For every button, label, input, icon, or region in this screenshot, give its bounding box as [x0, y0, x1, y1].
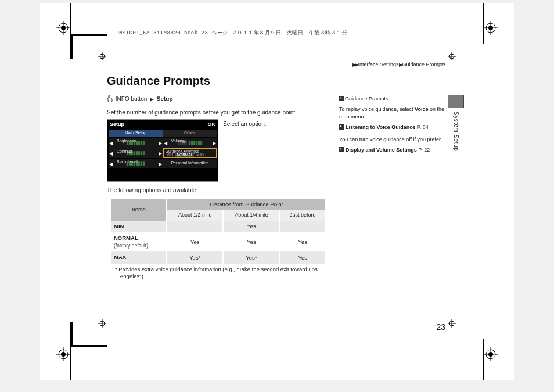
shot-cell: ◀VolumeOFF▮▮▮▮▮▮▶ — [163, 138, 217, 148]
breadcrumb: ▶▶Interface Settings▶Guidance Prompts — [352, 62, 445, 67]
svg-point-1 — [61, 26, 66, 30]
svg-point-13 — [488, 352, 493, 357]
xref-icon — [339, 147, 344, 152]
registration-mark-icon — [56, 21, 70, 35]
rule — [107, 91, 445, 91]
rule — [107, 333, 445, 333]
crop-mark — [473, 347, 514, 347]
sidebar-xref: Listening to Voice Guidance P. 84 — [339, 124, 448, 132]
sidebar-xref: Display and Volume Settings P. 22 — [339, 146, 448, 154]
arrow-icon: ▶ — [399, 62, 401, 67]
note-icon — [339, 96, 344, 101]
svg-point-0 — [59, 23, 68, 33]
arrow-icon: ▶▶ — [352, 62, 357, 67]
shot-cell-selected: Guidance PromptsMINNORMALMAX — [163, 148, 217, 158]
shot-cell: ◀Black Level▮▮▮▮▮▮▮▮▶ — [109, 159, 163, 168]
svg-point-8 — [59, 350, 68, 359]
registration-mark-icon — [56, 347, 70, 361]
sidebar-text: To replay voice guidance, select Voice o… — [339, 106, 448, 121]
shot-tab-main: Main Setup — [109, 130, 163, 137]
sidebar-text: You can turn voice guidance off if you p… — [339, 136, 448, 144]
crop-mark — [473, 34, 514, 34]
registration-mark-icon — [484, 347, 498, 361]
breadcrumb-part: Interface Settings — [358, 62, 398, 67]
corner-mark — [70, 322, 107, 347]
select-caption: Select an option. — [223, 119, 267, 129]
table-row: MAX Yes* Yes* Yes — [111, 251, 326, 263]
sidebar-column: Guidance Prompts To replay voice guidanc… — [339, 95, 448, 156]
breadcrumb-part: Guidance Prompts — [402, 62, 445, 67]
content-area: ▶▶Interface Settings▶Guidance Prompts Gu… — [107, 62, 485, 345]
ui-screenshot: Setup OK Main Setup Other ◀Brightness▮▮▮… — [107, 119, 218, 182]
registration-mark-icon — [484, 21, 498, 35]
svg-point-12 — [486, 350, 495, 359]
arrow-icon: ▶ — [150, 96, 154, 102]
intro-text: Set the number of guidance prompts befor… — [107, 109, 328, 117]
nav-target: Setup — [157, 96, 173, 102]
th-col: About 1/2 mile — [167, 210, 223, 221]
shot-tab-other: Other — [163, 130, 217, 137]
print-slug: INSIGHT_KA-31TM8820.book 23 ページ ２０１１年８月９… — [116, 29, 347, 37]
page-title: Guidance Prompts — [107, 74, 210, 88]
shot-ok: OK — [208, 121, 216, 128]
shot-cell: ◀Brightness▮▮▮▮▮▮▮▮▶ — [109, 138, 163, 148]
th-distance: Distance from Guidance Point — [167, 199, 326, 210]
xref-icon — [339, 124, 344, 130]
svg-point-9 — [61, 352, 66, 357]
page-number: 23 — [436, 322, 445, 332]
table-row: NORMAL(factory default) Yes Yes Yes — [111, 232, 326, 251]
options-intro: The following options are available: — [107, 186, 328, 195]
main-column: INFO button ▶ Setup Set the number of gu… — [107, 95, 328, 280]
svg-point-19 — [449, 54, 454, 59]
shot-cell: Personal Information — [163, 159, 217, 168]
corner-mark — [70, 34, 107, 59]
options-table: Items Distance from Guidance Point About… — [111, 199, 326, 264]
nav-button-label: INFO button — [116, 96, 147, 102]
section-label: System Setup — [453, 112, 459, 151]
svg-point-4 — [486, 23, 495, 33]
nav-path: INFO button ▶ Setup — [107, 95, 328, 105]
manual-page: INSIGHT_KA-31TM8820.book 23 ページ ２０１１年８月９… — [40, 3, 514, 380]
th-col: About 1/4 mile — [223, 210, 279, 221]
shot-cell: ◀Contrast▮▮▮▮▮▮▮▮▶ — [109, 148, 163, 158]
hand-icon — [107, 95, 113, 105]
footnote: * Provides extra voice guidance informat… — [111, 266, 328, 281]
svg-point-5 — [488, 26, 493, 30]
th-items: Items — [111, 199, 167, 221]
table-row: MIN Yes — [111, 221, 326, 232]
section-tab-icon — [448, 95, 463, 108]
rule — [107, 70, 445, 70]
crop-mark — [483, 339, 484, 380]
target-icon — [448, 52, 456, 60]
crop-mark — [483, 3, 484, 44]
sidebar-heading: Guidance Prompts — [339, 95, 448, 103]
th-col: Just before — [280, 210, 326, 221]
shot-title: Setup — [110, 121, 124, 128]
